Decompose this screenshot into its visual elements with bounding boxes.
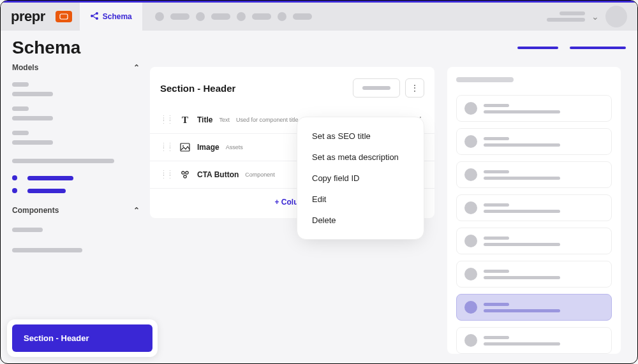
menu-delete[interactable]: Delete [306,210,415,231]
tab-schema[interactable]: Schema [80,3,142,31]
svg-point-8 [184,175,186,178]
list-item[interactable] [456,261,612,288]
list-item[interactable] [456,327,612,354]
svg-point-6 [182,171,184,174]
menu-seo-title[interactable]: Set as SEO title [306,126,415,147]
sidebar-models-item-active[interactable] [12,175,140,180]
brand-logo: prepr [11,8,45,25]
nav-placeholder-group [155,12,312,21]
text-icon: T [179,114,191,126]
drag-handle-icon[interactable]: ⋮⋮⋮⋮ [160,144,173,150]
list-item-active[interactable] [456,294,612,321]
svg-point-7 [186,171,188,174]
svg-point-3 [96,17,98,18]
account-placeholder [547,11,585,22]
chevron-up-icon: ⌃ [133,63,140,72]
top-navigation: prepr Schema ⌄ [1,3,637,31]
svg-point-1 [91,15,93,16]
sidebar-models-item-active[interactable] [12,188,140,193]
editor-title: Section - Header [160,83,235,94]
svg-point-5 [182,145,184,147]
schema-icon [90,11,99,22]
drag-handle-icon[interactable]: ⋮⋮⋮⋮ [160,117,173,123]
brand-badge-icon [56,11,72,22]
component-icon [179,169,191,180]
menu-meta-description[interactable]: Set as meta description [306,147,415,168]
list-item[interactable] [456,194,612,221]
list-item[interactable] [456,128,612,155]
drag-handle-icon[interactable]: ⋮⋮⋮⋮ [160,171,173,178]
avatar[interactable] [605,6,627,27]
svg-point-2 [96,12,98,13]
editor-action-button[interactable] [353,78,400,98]
list-item[interactable] [456,95,612,122]
list-item[interactable] [456,228,612,254]
list-item[interactable] [456,161,612,188]
menu-copy-field-id[interactable]: Copy field ID [306,168,415,189]
active-section-chip[interactable]: Section - Header [7,319,158,357]
sidebar-components-item[interactable] [12,244,140,256]
chevron-down-icon[interactable]: ⌄ [591,11,599,22]
svg-rect-0 [60,14,68,19]
header-actions-placeholder [517,47,626,49]
sidebar-models-item[interactable] [12,155,140,166]
field-context-menu: Set as SEO title Set as meta description… [300,120,420,236]
sidebar-models-item[interactable] [12,131,140,145]
page-title: Schema [12,38,80,58]
sidebar-components-item[interactable] [12,224,140,235]
sidebar-models-heading[interactable]: Models ⌃ [12,63,140,72]
sidebar: Models ⌃ Components ⌃ [12,63,140,268]
right-preview-panel [447,67,621,354]
image-icon [179,142,191,153]
editor-more-button[interactable]: ⋮ [405,78,424,98]
chevron-up-icon: ⌃ [133,206,140,215]
tab-schema-label: Schema [103,12,132,21]
sidebar-components-heading[interactable]: Components ⌃ [12,206,140,215]
sidebar-models-item[interactable] [12,82,140,96]
sidebar-models-item[interactable] [12,106,140,120]
menu-edit[interactable]: Edit [306,189,415,210]
